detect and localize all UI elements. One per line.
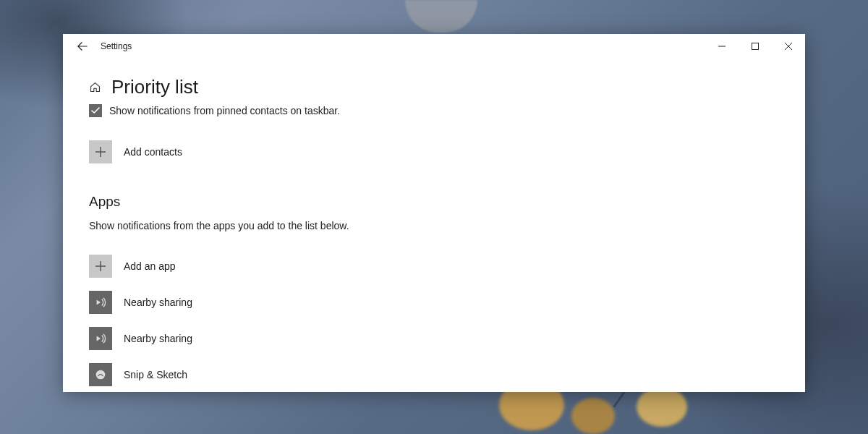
app-list-item[interactable]: Snip & Sketch [89,363,779,386]
back-button[interactable] [70,34,95,59]
page-title: Priority list [111,76,198,98]
back-arrow-icon [77,41,88,51]
app-item-label: Nearby sharing [124,333,192,344]
plus-icon [89,255,112,278]
settings-window: Settings Priority list Show notificatio [63,34,805,392]
home-icon[interactable] [89,81,101,93]
svg-rect-0 [752,43,759,50]
app-item-label: Snip & Sketch [124,369,187,380]
plus-icon [89,140,112,163]
apps-description: Show notifications from the apps you add… [89,220,779,231]
app-item-label: Nearby sharing [124,297,192,308]
checkbox-label: Show notifications from pinned contacts … [109,105,340,116]
maximize-icon [752,43,759,50]
minimize-icon [718,43,726,50]
pinned-contacts-checkbox[interactable]: Show notifications from pinned contacts … [89,104,779,117]
title-bar: Settings [63,34,805,59]
add-app-label: Add an app [124,260,176,272]
app-list-item[interactable]: Nearby sharing [89,291,779,314]
checkbox-checked-icon [89,104,102,117]
nearby-sharing-icon [89,291,112,314]
nearby-sharing-icon [89,327,112,350]
close-button[interactable] [772,34,805,59]
minimize-button[interactable] [705,34,739,59]
add-app-button[interactable]: Add an app [89,255,779,278]
maximize-button[interactable] [739,34,772,59]
add-contacts-button[interactable]: Add contacts [89,140,779,163]
page-content: Priority list Show notifications from pi… [63,59,805,392]
app-list-item[interactable]: Nearby sharing [89,327,779,350]
apps-heading: Apps [89,194,779,210]
snip-sketch-icon [89,363,112,386]
close-icon [785,43,792,50]
window-title: Settings [101,41,132,51]
add-contacts-label: Add contacts [124,146,182,158]
